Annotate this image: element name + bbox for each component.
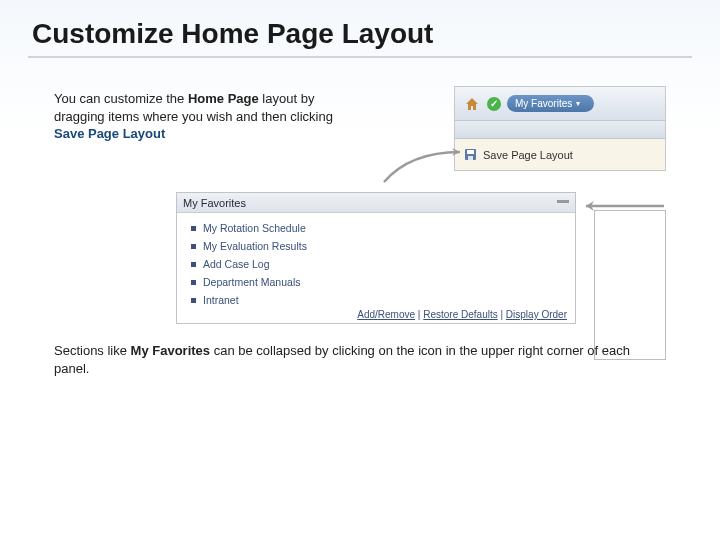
intro-paragraph: You can customize the Home Page layout b… (54, 90, 364, 143)
intro-pre: You can customize the (54, 91, 188, 106)
favorites-panel-title: My Favorites (183, 197, 246, 209)
my-favorites-pill-label: My Favorites (515, 98, 572, 109)
chevron-down-icon: ▾ (576, 99, 580, 108)
intro-save-page-layout-bold: Save Page Layout (54, 126, 165, 141)
favorites-panel-header: My Favorites (177, 193, 575, 213)
my-favorites-pill[interactable]: My Favorites ▾ (507, 95, 594, 112)
svg-rect-2 (468, 156, 473, 160)
bottom-pre: Sections like (54, 343, 131, 358)
list-item[interactable]: Add Case Log (191, 255, 565, 273)
toolbar-screenshot: ✓ My Favorites ▾ Save Page Layout (454, 86, 666, 171)
check-circle-icon: ✓ (487, 97, 501, 111)
bottom-my-favorites-bold: My Favorites (131, 343, 210, 358)
list-item[interactable]: My Rotation Schedule (191, 219, 565, 237)
list-item[interactable]: My Evaluation Results (191, 237, 565, 255)
floppy-disk-icon (463, 148, 477, 162)
list-item[interactable]: Department Manuals (191, 273, 565, 291)
footer-link-display-order[interactable]: Display Order (506, 309, 567, 320)
placeholder-rectangle (594, 210, 666, 360)
arrow-to-save-icon (380, 148, 464, 186)
page-title: Customize Home Page Layout (0, 0, 720, 56)
bottom-paragraph: Sections like My Favorites can be collap… (54, 342, 654, 377)
footer-link-restore-defaults[interactable]: Restore Defaults (423, 309, 497, 320)
save-page-layout-label[interactable]: Save Page Layout (483, 149, 573, 161)
favorites-panel-screenshot: My Favorites My Rotation Schedule My Eva… (176, 192, 576, 324)
title-underline (28, 56, 692, 58)
favorites-panel-footer: Add/Remove | Restore Defaults | Display … (357, 309, 567, 320)
footer-link-add-remove[interactable]: Add/Remove (357, 309, 415, 320)
collapse-icon[interactable] (557, 197, 569, 209)
toolbar-bottom-strip: Save Page Layout (455, 139, 665, 170)
svg-rect-1 (467, 150, 474, 154)
intro-home-page-bold: Home Page (188, 91, 259, 106)
toolbar-mid-strip (455, 121, 665, 139)
list-item[interactable]: Intranet (191, 291, 565, 309)
favorites-list: My Rotation Schedule My Evaluation Resul… (177, 213, 575, 311)
home-icon (463, 95, 481, 113)
toolbar-top-strip: ✓ My Favorites ▾ (455, 87, 665, 121)
